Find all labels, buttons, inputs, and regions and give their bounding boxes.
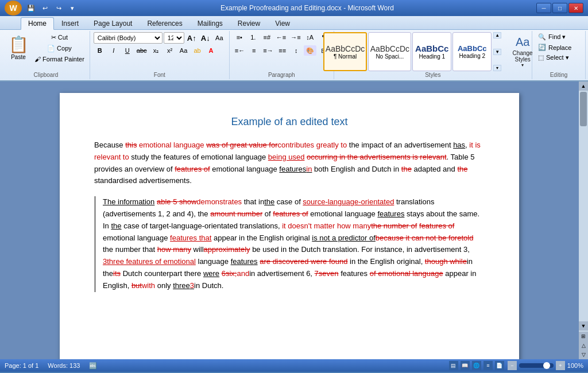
sort-button[interactable]: ↕A: [304, 32, 316, 42]
strikethrough-button[interactable]: abc: [135, 45, 149, 56]
tab-home[interactable]: Home: [21, 17, 54, 30]
close-button[interactable]: ✕: [568, 3, 583, 13]
subscript-button[interactable]: x₂: [150, 45, 163, 56]
ins-demonstrates: demonstrates: [196, 197, 242, 206]
del-featuresof: features of: [175, 165, 210, 173]
ul-the: the: [264, 197, 274, 206]
font-size-select[interactable]: 12: [164, 32, 184, 44]
font-family-select[interactable]: Calibri (Body): [94, 32, 163, 44]
customize-icon[interactable]: ▾: [67, 2, 78, 14]
styles-down-button[interactable]: ▼: [493, 49, 501, 55]
styles-label: Styles: [334, 72, 532, 78]
zoom-in-button[interactable]: +: [556, 361, 565, 370]
del-7seven: 7seven: [315, 269, 339, 278]
shrink-font-button[interactable]: A↓: [199, 33, 212, 43]
zoom-slider[interactable]: [519, 363, 554, 368]
del-howmany: how many: [157, 245, 191, 254]
text-case-button[interactable]: Aa: [177, 45, 190, 56]
line-spacing-button[interactable]: ↕: [290, 45, 303, 56]
copy-button[interactable]: 📄 Copy: [33, 43, 86, 53]
style-h2-preview: AaBbCc: [458, 44, 487, 53]
style-normal[interactable]: AaBbCcDc ¶ Normal: [323, 32, 368, 71]
font-color-button[interactable]: A: [205, 45, 218, 56]
ins-and: and: [237, 269, 249, 278]
view-web-layout[interactable]: 🌐: [472, 361, 481, 370]
find-button[interactable]: 🔍 Find ▾: [536, 32, 582, 42]
scroll-page-down[interactable]: ▽: [579, 350, 588, 359]
view-outline[interactable]: ≡: [483, 361, 493, 370]
italic-button[interactable]: I: [107, 45, 120, 56]
redo-icon[interactable]: ↪: [53, 2, 64, 14]
minimize-button[interactable]: ─: [536, 3, 551, 13]
style-heading2[interactable]: AaBbCc Heading 2: [452, 32, 492, 71]
ins-featuresthat: features that: [170, 234, 211, 242]
scroll-thumb[interactable]: [580, 92, 587, 126]
del-becauseitcannot: because it can not be foretold: [376, 234, 474, 242]
shading-button[interactable]: 🎨: [304, 45, 316, 56]
align-right-button[interactable]: ≡→: [261, 45, 274, 56]
justify-button[interactable]: ≡≡: [276, 45, 289, 56]
tab-references[interactable]: References: [140, 17, 189, 29]
paste-button[interactable]: 📋 Paste: [6, 32, 31, 70]
office-button[interactable]: W: [5, 1, 22, 15]
ul-the2: the: [111, 222, 121, 230]
scroll-down-button[interactable]: ▼: [579, 321, 588, 331]
view-print-layout[interactable]: ▤: [449, 361, 458, 370]
scroll-page-up[interactable]: △: [579, 341, 588, 350]
grow-font-button[interactable]: A↑: [185, 33, 198, 43]
align-left-button[interactable]: ≡←: [233, 45, 246, 56]
maximize-button[interactable]: □: [552, 3, 567, 13]
select-icon: ⬚: [538, 54, 544, 61]
cut-button[interactable]: ✂ Cut: [33, 32, 86, 42]
document-title: Example of an edited text: [94, 116, 485, 128]
clipboard-content: 📋 Paste ✂ Cut 📄 Copy 🖌 Format Painter: [6, 32, 86, 78]
tab-review[interactable]: Review: [230, 17, 268, 29]
align-center-button[interactable]: ≡: [247, 45, 260, 56]
style-no-spacing[interactable]: AaBbCcDc No Spaci...: [368, 32, 411, 71]
highlight-button[interactable]: ab: [191, 45, 204, 56]
tab-insert[interactable]: Insert: [54, 17, 86, 29]
select-button[interactable]: ⬚ Select ▾: [536, 53, 582, 63]
decrease-indent-button[interactable]: ←≡: [274, 32, 288, 42]
del-this: this: [125, 141, 137, 149]
zoom-out-button[interactable]: −: [508, 361, 517, 370]
tab-mailings[interactable]: Mailings: [190, 17, 230, 29]
view-draft[interactable]: 📄: [495, 361, 504, 370]
tab-view[interactable]: View: [268, 17, 297, 29]
del-the2: the: [457, 165, 467, 173]
del-approximately: approximately: [204, 245, 250, 254]
save-icon[interactable]: 💾: [25, 2, 37, 14]
style-heading1[interactable]: AaBbCc Heading 1: [412, 32, 451, 71]
increase-indent-button[interactable]: →≡: [289, 32, 302, 42]
undo-icon[interactable]: ↩: [39, 2, 51, 14]
del-featuresof2: features of: [273, 209, 308, 218]
format-painter-button[interactable]: 🖌 Format Painter: [33, 54, 86, 64]
underline-button[interactable]: U: [121, 45, 134, 56]
bold-button[interactable]: B: [94, 45, 106, 56]
editing-group: 🔍 Find ▾ 🔄 Replace ⬚ Select ▾ Editing: [532, 31, 586, 79]
clear-format-button[interactable]: Aa: [213, 33, 226, 43]
bullets-button[interactable]: ≡•: [233, 32, 246, 42]
styles-up-button[interactable]: ▲: [493, 32, 501, 38]
font-row2: B I U abc x₂ x² Aa ab A: [94, 45, 218, 56]
tab-page-layout[interactable]: Page Layout: [86, 17, 140, 29]
styles-expand-button[interactable]: ▾: [493, 65, 501, 71]
scroll-expand-button[interactable]: ⊞: [579, 332, 588, 341]
find-label: Find ▾: [548, 33, 566, 41]
paragraph-content: ≡• 1. ≡# ←≡ →≡ ↕A ¶ ≡← ≡ ≡→ ≡≡ ↕ 🎨 ⊞: [233, 32, 330, 78]
view-full-reading[interactable]: 📖: [461, 361, 470, 370]
document-scroll[interactable]: Example of an edited text Because this e…: [0, 81, 579, 359]
zoom-thumb[interactable]: [543, 362, 550, 369]
numbering-button[interactable]: 1.: [247, 32, 260, 42]
title-bar-left: W 💾 ↩ ↪ ▾: [5, 1, 78, 15]
multilevel-button[interactable]: ≡#: [261, 32, 273, 42]
scroll-up-button[interactable]: ▲: [579, 81, 588, 91]
del-butwith: but: [131, 281, 142, 290]
replace-label: Replace: [548, 44, 571, 51]
ins-beingused: being used: [268, 153, 305, 161]
editing-content: 🔍 Find ▾ 🔄 Replace ⬚ Select ▾: [536, 32, 582, 78]
replace-button[interactable]: 🔄 Replace: [536, 42, 582, 52]
superscript-button[interactable]: x²: [164, 45, 176, 56]
view-buttons: ▤ 📖 🌐 ≡ 📄: [449, 361, 504, 370]
ins-with: with: [142, 281, 155, 290]
